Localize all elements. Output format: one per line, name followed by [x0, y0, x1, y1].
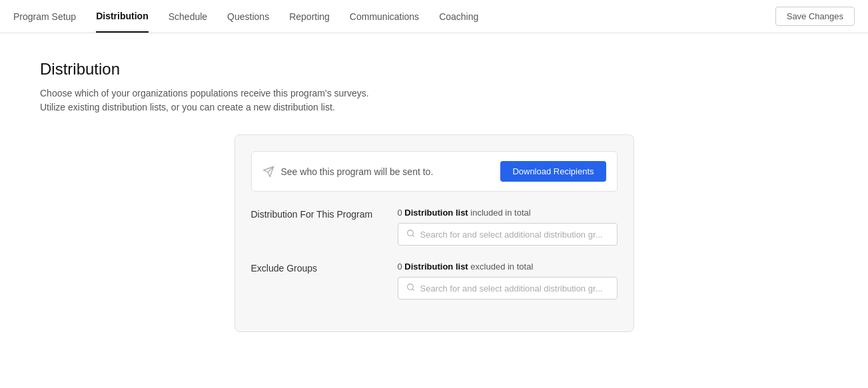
nav-item-schedule[interactable]: Schedule	[169, 1, 207, 32]
distribution-for-program-section: Distribution For This Program 0 Distribu…	[251, 208, 618, 246]
exclude-count-prefix: 0	[398, 262, 402, 272]
nav-item-questions[interactable]: Questions	[227, 1, 269, 32]
download-recipients-button[interactable]: Download Recipients	[500, 161, 606, 182]
distribution-search-placeholder: Search for and select additional distrib…	[420, 230, 603, 240]
search-icon-exclude	[406, 283, 415, 293]
save-changes-button[interactable]: Save Changes	[775, 7, 855, 26]
svg-line-3	[412, 235, 414, 236]
main-content: Distribution Choose which of your organi…	[0, 33, 868, 359]
description-line1: Choose which of your organizations popul…	[40, 88, 369, 98]
exclude-groups-right: 0 Distribution list excluded in total Se…	[398, 262, 618, 299]
distribution-count-text: 0 Distribution list included in total	[398, 208, 618, 218]
description-line2: Utilize existing distribution lists, or …	[40, 102, 335, 112]
distribution-count-suffix: included in total	[470, 208, 530, 218]
recipients-row: See who this program will be sent to. Do…	[251, 151, 618, 192]
nav-item-coaching[interactable]: Coaching	[439, 1, 478, 32]
exclude-count-middle: Distribution list	[404, 262, 468, 272]
exclude-groups-section: Exclude Groups 0 Distribution list exclu…	[251, 262, 618, 299]
top-nav: Program Setup Distribution Schedule Ques…	[0, 0, 868, 33]
exclude-count-suffix: excluded in total	[470, 262, 533, 272]
nav-items: Program Setup Distribution Schedule Ques…	[13, 1, 775, 33]
page-title: Distribution	[40, 60, 828, 79]
exclude-count-text: 0 Distribution list excluded in total	[398, 262, 618, 272]
nav-item-reporting[interactable]: Reporting	[289, 1, 330, 32]
distribution-card: See who this program will be sent to. Do…	[234, 134, 634, 332]
distribution-count-middle: Distribution list	[404, 208, 468, 218]
exclude-groups-label: Exclude Groups	[251, 262, 384, 299]
svg-line-5	[412, 289, 414, 290]
nav-item-communications[interactable]: Communications	[350, 1, 419, 32]
nav-item-program-setup[interactable]: Program Setup	[13, 1, 76, 32]
page-description: Choose which of your organizations popul…	[40, 87, 828, 114]
distribution-for-program-right: 0 Distribution list included in total Se…	[398, 208, 618, 246]
exclude-search-wrapper[interactable]: Search for and select additional distrib…	[398, 277, 618, 299]
distribution-count-prefix: 0	[398, 208, 402, 218]
nav-item-distribution[interactable]: Distribution	[96, 1, 149, 33]
recipients-description: See who this program will be sent to.	[281, 166, 501, 177]
send-icon	[262, 166, 274, 178]
exclude-search-placeholder: Search for and select additional distrib…	[420, 284, 603, 293]
distribution-search-wrapper[interactable]: Search for and select additional distrib…	[398, 223, 618, 246]
search-icon-distribution	[406, 229, 415, 240]
distribution-for-program-label: Distribution For This Program	[251, 208, 384, 246]
